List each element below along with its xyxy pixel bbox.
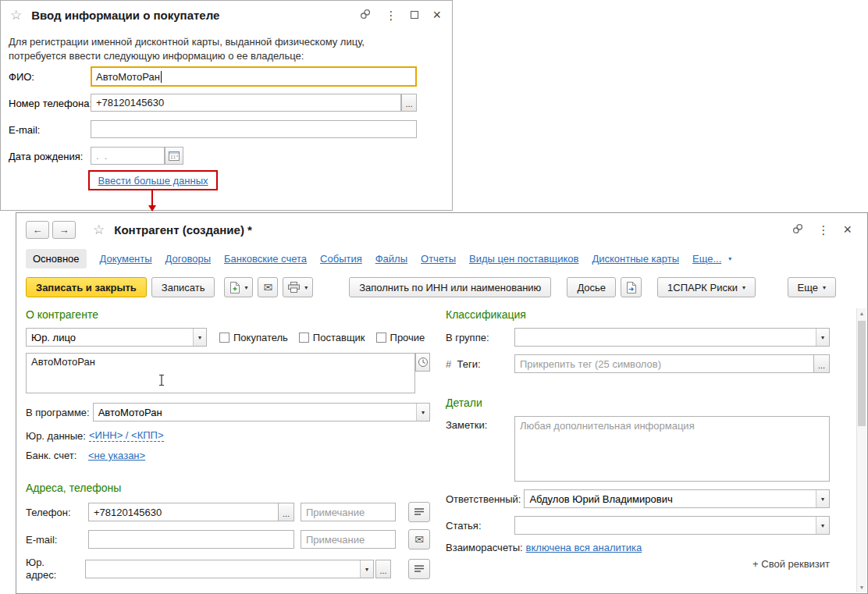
get-link-icon[interactable] bbox=[792, 223, 803, 237]
edo-button[interactable] bbox=[621, 277, 642, 297]
tab-discount-cards[interactable]: Дисконтные карты bbox=[592, 253, 679, 265]
document-plus-icon bbox=[229, 282, 240, 293]
tags-input[interactable] bbox=[514, 354, 814, 373]
bank-account-label: Банк. счет: bbox=[26, 450, 88, 461]
tags-more-button[interactable]: ... bbox=[814, 354, 830, 373]
jur-address-select[interactable]: ▾ bbox=[85, 560, 374, 578]
checkbox-other-label: Прочие bbox=[390, 332, 425, 343]
dropdown-button[interactable]: ▾ bbox=[193, 329, 206, 346]
group-value[interactable] bbox=[515, 329, 816, 346]
in-program-value[interactable] bbox=[94, 404, 416, 421]
phone-label: Телефон: bbox=[26, 507, 88, 518]
scroll-up-icon[interactable]: ▲ bbox=[857, 311, 866, 316]
customer-info-dialog: ☆ Ввод информации о покупателе ⋮ × Для р… bbox=[0, 0, 453, 211]
print-button[interactable]: ▾ bbox=[283, 277, 313, 297]
fio-input[interactable]: АвтоМотоРан bbox=[91, 66, 417, 87]
menu-kebab-icon[interactable]: ⋮ bbox=[385, 9, 397, 21]
phone-input[interactable] bbox=[91, 94, 401, 112]
phone-note-input[interactable] bbox=[301, 503, 396, 521]
favorite-star-icon[interactable]: ☆ bbox=[10, 9, 22, 22]
phone-more-button[interactable]: ... bbox=[279, 503, 294, 521]
phone-input[interactable] bbox=[88, 503, 279, 521]
calendar-button[interactable] bbox=[165, 147, 183, 165]
phone-label: Номер телефона: bbox=[9, 98, 92, 109]
article-select[interactable]: ▾ bbox=[514, 516, 830, 535]
spark-risks-button[interactable]: 1СПАРК Риски ▾ bbox=[657, 277, 756, 297]
in-program-select[interactable]: ▾ bbox=[93, 403, 430, 421]
checkbox-buyer[interactable]: Покупатель bbox=[219, 332, 288, 343]
dossier-button[interactable]: Досье bbox=[567, 277, 616, 297]
chevron-down-icon: ▾ bbox=[823, 284, 826, 291]
send-email-button[interactable]: ✉ bbox=[258, 277, 278, 297]
article-label: Статья: bbox=[446, 520, 514, 532]
tab-dokumenty[interactable]: Документы bbox=[100, 253, 152, 265]
info-line-2: потребуется ввести следующую информацию … bbox=[9, 49, 365, 63]
tab-bank-accounts[interactable]: Банковские счета bbox=[224, 253, 307, 265]
group-select[interactable]: ▾ bbox=[514, 328, 830, 347]
phone-more-button[interactable]: ... bbox=[401, 94, 417, 112]
tab-vidy-cen[interactable]: Виды цен поставщиков bbox=[469, 253, 578, 265]
custom-attribute-link[interactable]: + Свой реквизит bbox=[446, 558, 830, 570]
tab-dogovory[interactable]: Договоры bbox=[165, 253, 211, 265]
email-input[interactable] bbox=[91, 120, 417, 138]
close-icon[interactable]: × bbox=[432, 8, 441, 22]
mutual-analytics-link[interactable]: включена вся аналитика bbox=[526, 542, 642, 553]
chevron-down-icon[interactable]: ▾ bbox=[728, 255, 731, 262]
dropdown-button[interactable]: ▾ bbox=[816, 329, 829, 346]
responsible-select[interactable]: ▾ bbox=[524, 489, 830, 508]
address-more-button[interactable]: ... bbox=[375, 560, 391, 578]
command-bar: Записать и закрыть Записать ▾ ✉ ▾ Заполн… bbox=[26, 277, 858, 297]
inn-kpp-link[interactable]: <ИНН> / <КПП> bbox=[89, 429, 164, 442]
contact-kinds-button[interactable] bbox=[408, 502, 430, 522]
fill-by-inn-button[interactable]: Заполнить по ИНН или наименованию bbox=[349, 277, 551, 297]
envelope-icon: ✉ bbox=[414, 533, 424, 546]
write-email-button[interactable]: ✉ bbox=[408, 529, 430, 550]
forward-button[interactable]: → bbox=[52, 221, 76, 239]
dropdown-button[interactable]: ▾ bbox=[816, 517, 829, 534]
menu-kebab-icon[interactable]: ⋮ bbox=[817, 224, 829, 236]
save-close-button[interactable]: Записать и закрыть bbox=[26, 277, 147, 297]
name-input[interactable]: АвтоМотоРан bbox=[26, 353, 415, 393]
checkbox-supplier[interactable]: Поставщик bbox=[299, 332, 365, 343]
minimize-icon[interactable] bbox=[411, 11, 418, 19]
more-button[interactable]: Еще ▾ bbox=[788, 277, 836, 297]
chevron-down-icon: ▾ bbox=[244, 284, 247, 291]
get-link-icon[interactable] bbox=[360, 9, 371, 22]
contractor-type-select[interactable]: ▾ bbox=[26, 328, 207, 347]
notes-input[interactable] bbox=[514, 416, 830, 482]
checkbox-other[interactable]: Прочие bbox=[376, 332, 425, 343]
contractor-type-value[interactable] bbox=[27, 329, 193, 346]
tab-sobytiya[interactable]: События bbox=[320, 253, 362, 265]
jur-address-value[interactable] bbox=[86, 560, 360, 578]
bank-account-link[interactable]: <не указан> bbox=[88, 450, 145, 461]
vertical-scrollbar[interactable]: ▲ ▼ bbox=[856, 308, 866, 592]
tab-otchety[interactable]: Отчеты bbox=[421, 253, 456, 265]
text-cursor-icon bbox=[158, 374, 165, 386]
scrollbar-thumb[interactable] bbox=[858, 321, 866, 426]
about-heading: О контрагенте bbox=[26, 308, 430, 321]
email-note-input[interactable] bbox=[301, 530, 396, 549]
tab-osnovnoe[interactable]: Основное bbox=[26, 249, 87, 269]
tab-faily[interactable]: Файлы bbox=[375, 253, 407, 265]
close-icon[interactable]: × bbox=[843, 222, 852, 237]
scroll-down-icon[interactable]: ▼ bbox=[857, 585, 866, 590]
email-input[interactable] bbox=[88, 530, 294, 549]
group-label: В группе: bbox=[446, 332, 514, 343]
birthdate-input[interactable] bbox=[91, 147, 165, 165]
enter-more-data-link[interactable]: Ввести больше данных bbox=[98, 175, 208, 187]
history-button[interactable] bbox=[415, 353, 430, 372]
section-tabs: Основное Документы Договоры Банковские с… bbox=[26, 249, 836, 269]
responsible-value[interactable] bbox=[525, 490, 816, 507]
dropdown-button[interactable]: ▾ bbox=[360, 560, 373, 578]
favorite-star-icon[interactable]: ☆ bbox=[93, 223, 105, 237]
back-button[interactable]: ← bbox=[26, 221, 49, 239]
address-kinds-button[interactable] bbox=[408, 559, 430, 579]
create-based-on-button[interactable]: ▾ bbox=[224, 277, 253, 297]
dropdown-button[interactable]: ▾ bbox=[816, 490, 829, 507]
article-value[interactable] bbox=[515, 517, 816, 534]
classification-heading: Классификация bbox=[446, 308, 830, 321]
checkbox-box bbox=[219, 333, 229, 343]
tab-more[interactable]: Еще... bbox=[692, 253, 721, 265]
save-button[interactable]: Записать bbox=[151, 277, 215, 297]
dropdown-button[interactable]: ▾ bbox=[416, 404, 429, 421]
